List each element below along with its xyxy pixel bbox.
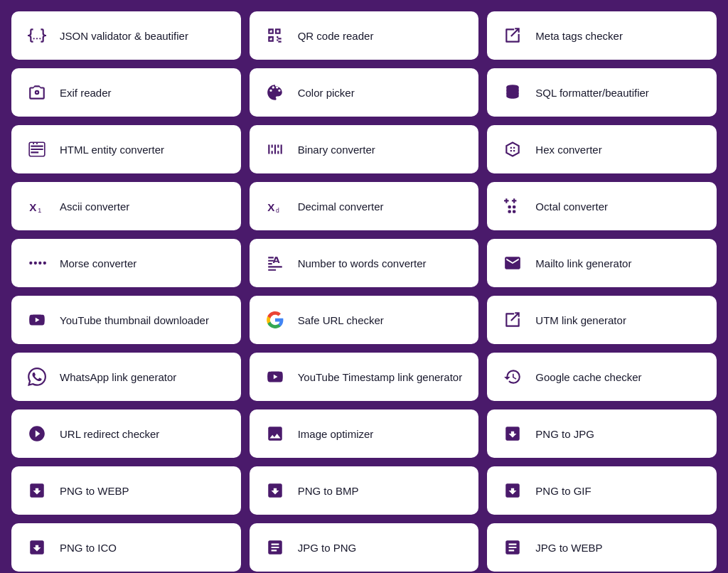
card-label: Meta tags checker [535,30,623,42]
html-icon [26,138,48,161]
card-label: HTML entity converter [60,144,164,156]
card-label: Image optimizer [298,428,374,440]
card-label: Decimal converter [298,200,384,213]
card-json-validator[interactable]: JSON validator & beautifier [11,11,241,60]
convert-icon [501,422,524,445]
card-youtube-thumbnail-downloader[interactable]: YouTube thumbnail downloader [11,296,241,344]
card-decimal-converter[interactable]: XdDecimal converter [250,182,479,230]
card-youtube-timestamp-link-generator[interactable]: YouTube Timestamp link generator [250,353,479,401]
convert-icon [26,479,48,502]
card-color-picker[interactable]: Color picker [250,68,479,117]
card-meta-tags-checker[interactable]: Meta tags checker [487,11,717,60]
card-label: YouTube thumbnail downloader [60,314,209,326]
card-label: SQL formatter/beautifier [535,87,649,99]
redirect-icon [26,422,48,445]
card-ascii-converter[interactable]: X1Ascii converter [11,182,241,230]
card-jpg-to-png[interactable]: JPG to PNG [250,523,479,572]
qr-icon [264,24,287,47]
card-label: PNG to ICO [60,542,117,554]
numwords-icon [264,252,287,274]
hex-icon [501,138,524,161]
card-png-to-ico[interactable]: PNG to ICO [11,523,241,572]
card-binary-converter[interactable]: Binary converter [250,125,479,173]
card-label: URL redirect checker [60,428,159,440]
card-label: Octal converter [535,200,608,213]
palette-icon [264,81,287,104]
card-label: Mailto link generator [535,257,631,269]
xd-icon: Xd [264,195,287,218]
card-label: JPG to PNG [298,542,357,554]
svg-text:1: 1 [38,206,41,214]
camera-icon [26,81,48,104]
card-whatsapp-link-generator[interactable]: WhatsApp link generator [11,353,241,401]
card-label: WhatsApp link generator [60,371,176,383]
card-html-entity-converter[interactable]: HTML entity converter [11,125,241,173]
card-label: Ascii converter [60,200,129,213]
x1-icon: X1 [26,195,48,218]
card-label: YouTube Timestamp link generator [298,371,463,383]
svg-point-7 [34,262,37,264]
card-label: PNG to JPG [535,428,594,440]
convert-icon [501,479,524,502]
tools-grid: JSON validator & beautifierQR code reade… [11,11,717,572]
morse-icon [26,252,48,274]
external-link-icon [501,24,524,47]
convert-icon [264,479,287,502]
card-utm-link-generator[interactable]: UTM link generator [487,296,717,344]
svg-point-8 [38,262,41,264]
card-image-optimizer[interactable]: Image optimizer [250,409,479,458]
convert2-icon [501,536,524,559]
card-hex-converter[interactable]: Hex converter [487,125,717,173]
octal-icon [501,195,524,218]
youtube-icon [264,365,287,388]
history-icon [501,365,524,388]
card-png-to-jpg[interactable]: PNG to JPG [487,409,717,458]
card-png-to-webp[interactable]: PNG to WEBP [11,466,241,515]
card-label: PNG to BMP [298,485,359,497]
external-link-icon [501,309,524,331]
svg-text:X: X [29,201,36,213]
google-icon [264,309,287,331]
card-label: Color picker [298,87,355,99]
card-url-redirect-checker[interactable]: URL redirect checker [11,409,241,458]
image-icon [264,422,287,445]
card-label: Hex converter [535,144,601,156]
card-jpg-to-webp[interactable]: JPG to WEBP [487,523,717,572]
card-label: Safe URL checker [298,314,384,326]
database-icon [501,81,524,104]
binary-icon [264,138,287,161]
card-number-words-converter[interactable]: Number to words converter [250,239,479,287]
card-google-cache-checker[interactable]: Google cache checker [487,353,717,401]
svg-text:d: d [276,207,279,214]
card-label: Exif reader [60,87,112,99]
card-qr-code-reader[interactable]: QR code reader [250,11,479,60]
card-label: Google cache checker [535,371,641,383]
card-octal-converter[interactable]: Octal converter [487,182,717,230]
card-sql-formatter[interactable]: SQL formatter/beautifier [487,68,717,117]
convert2-icon [264,536,287,559]
json-icon [26,24,48,47]
card-morse-converter[interactable]: Morse converter [11,239,241,287]
card-png-to-bmp[interactable]: PNG to BMP [250,466,479,515]
mailto-icon [501,252,524,274]
card-label: PNG to WEBP [60,485,129,497]
card-label: UTM link generator [535,314,626,326]
youtube-icon [26,309,48,331]
card-label: Number to words converter [298,257,427,269]
card-label: QR code reader [298,30,374,42]
convert-icon [26,536,48,559]
card-png-to-gif[interactable]: PNG to GIF [487,466,717,515]
card-label: JPG to WEBP [535,542,602,554]
card-label: PNG to GIF [535,485,591,497]
card-exif-reader[interactable]: Exif reader [11,68,241,117]
whatsapp-icon [26,365,48,388]
card-label: Binary converter [298,144,375,156]
card-label: Morse converter [60,257,136,269]
svg-point-6 [29,262,32,264]
svg-text:X: X [267,201,274,213]
card-safe-url-checker[interactable]: Safe URL checker [250,296,479,344]
card-label: JSON validator & beautifier [60,30,188,42]
card-mailto-link-generator[interactable]: Mailto link generator [487,239,717,287]
svg-point-9 [43,262,46,264]
